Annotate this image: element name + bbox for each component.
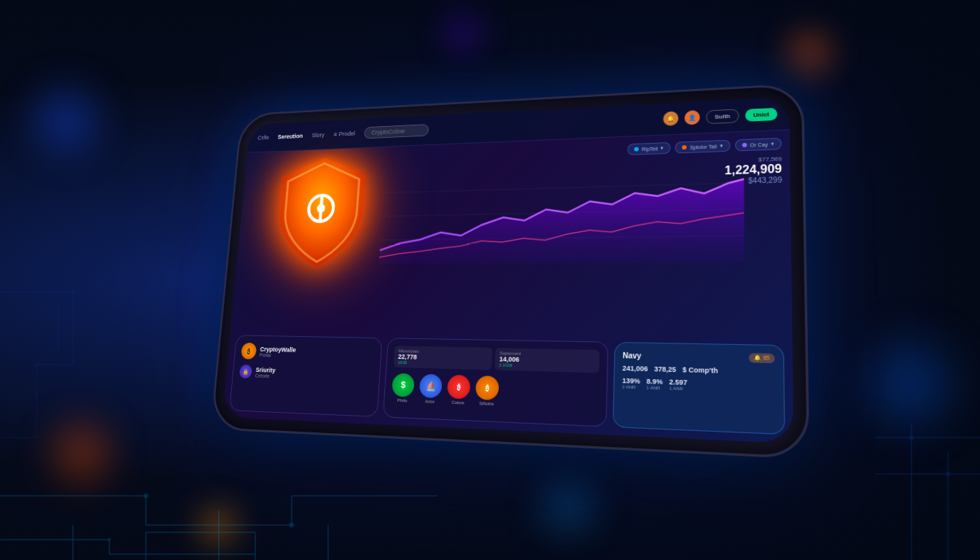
- price-chart: [349, 155, 783, 264]
- bg-orb-3: [863, 336, 957, 431]
- wallet-name: CryptoyWalle: [260, 346, 296, 354]
- navy-stat-3: $ Comp'th: [682, 366, 718, 375]
- nav-item-crife[interactable]: Crife: [257, 134, 269, 141]
- bg-orb-6: [539, 476, 597, 534]
- navy-badge: 🔔 85: [749, 353, 774, 363]
- coin-aclor: ⛵ Aclor: [419, 374, 443, 404]
- bg-orb-1: [29, 84, 102, 157]
- filter-orcay[interactable]: Or Cay ▾: [735, 138, 782, 152]
- bg-orb-4: [49, 420, 114, 486]
- svg-point-5: [71, 290, 74, 293]
- svg-point-1: [289, 523, 294, 527]
- navy-header: Navy 🔔 85: [623, 351, 775, 364]
- security-icon: 🔒: [239, 365, 253, 378]
- chart-sub-value: $443,299: [725, 176, 782, 185]
- filter-riptell[interactable]: RIpTell ▾: [627, 142, 671, 155]
- chart-main-value: 1,224,909: [725, 163, 782, 178]
- coin-colore: ₿ Colore: [446, 375, 470, 405]
- coin-sinofre-label: SiNofre: [475, 401, 498, 406]
- login-button[interactable]: Suith: [706, 109, 739, 124]
- chart-area: RIpTell ▾ Sptolor Tall ▾ Or Cay ▾: [343, 138, 784, 345]
- panel-navy: Navy 🔔 85 241,006 378,25 $ Comp'th 139%: [612, 342, 785, 435]
- nav-search-input[interactable]: [364, 124, 429, 139]
- coin-philis-label: Philis: [391, 398, 413, 403]
- bg-orb-5: [441, 11, 485, 55]
- security-label: Sriurity: [255, 366, 276, 373]
- nav-item-sereution[interactable]: Sereution: [278, 133, 303, 140]
- notification-icon[interactable]: 🔔: [663, 111, 678, 125]
- bg-orb-7: [196, 504, 240, 548]
- navy-title: Navy: [623, 351, 642, 359]
- wallet-sub: Portal: [260, 352, 296, 358]
- shield-area: [259, 150, 394, 286]
- coin-green-icon: $: [392, 373, 415, 397]
- coin-orange-icon: ₿: [475, 376, 499, 400]
- coin-philis: $ Philis: [391, 373, 414, 403]
- phone-screen: Crife Sereution Slory ≡ Prodel 🔔 👤 Suith…: [222, 97, 794, 443]
- navy-stat-2: 378,25: [654, 365, 676, 374]
- phone-wrapper: Crife Sereution Slory ≡ Prodel 🔔 👤 Suith…: [207, 83, 810, 494]
- bottom-panels: ₿ CryptoyWalle Portal 🔒 Sriurity Cetorte: [229, 335, 785, 435]
- svg-point-0: [144, 494, 148, 498]
- phone-body: Crife Sereution Slory ≡ Prodel 🔔 👤 Suith…: [210, 83, 809, 459]
- navy-stat-1: 241,006: [623, 365, 648, 373]
- wallet-icon: ₿: [241, 343, 257, 359]
- nav-right: 🔔 👤 Suith Unict: [663, 106, 777, 126]
- navy-stat-4: 139% 2 ANR: [622, 377, 640, 390]
- nav-item-prodel[interactable]: Prodel: [338, 130, 355, 137]
- svg-point-2: [108, 538, 111, 541]
- navy-stat-6: 2.597 1 ANR: [669, 378, 688, 391]
- coin-blue-icon: ⛵: [419, 374, 443, 398]
- stat-saytornerd: Saytornerd 14,006 2.1026: [494, 348, 599, 373]
- user-avatar[interactable]: 👤: [685, 110, 700, 125]
- svg-point-3: [909, 435, 914, 440]
- coin-red-icon: ₿: [447, 375, 471, 400]
- svg-point-6: [35, 363, 38, 366]
- nav-item-slory[interactable]: Slory: [311, 131, 324, 139]
- bg-orb-2: [784, 28, 835, 79]
- coin-icons-row: $ Philis ⛵ Aclor ₿ Colore ₿: [391, 373, 599, 411]
- coin-sinofre: ₿ SiNofre: [475, 376, 499, 406]
- panel-stats: Milondylats 22,778 1839 Saytornerd 14,00…: [383, 338, 608, 427]
- navy-secondary-stats: 139% 2 ANR 8.9% 1 ANR 2.597 1 ANR: [622, 377, 775, 394]
- signup-button[interactable]: Unict: [745, 107, 777, 121]
- navy-main-stats: 241,006 378,25 $ Comp'th: [623, 365, 775, 376]
- coin-aclor-label: Aclor: [419, 399, 441, 404]
- navy-stat-5: 8.9% 1 ANR: [647, 378, 664, 391]
- filter-sptolor[interactable]: Sptolor Tall ▾: [675, 140, 730, 154]
- shield-icon: [260, 150, 382, 272]
- stat-milondylats: Milondylats 22,778 1839: [394, 346, 493, 370]
- security-sub: Cetorte: [255, 373, 276, 378]
- coin-colore-label: Colore: [446, 400, 469, 405]
- stats-grid: Milondylats 22,778 1839 Saytornerd 14,00…: [394, 346, 600, 373]
- panel-wallet: ₿ CryptoyWalle Portal 🔒 Sriurity Cetorte: [229, 335, 382, 417]
- svg-point-4: [946, 472, 950, 476]
